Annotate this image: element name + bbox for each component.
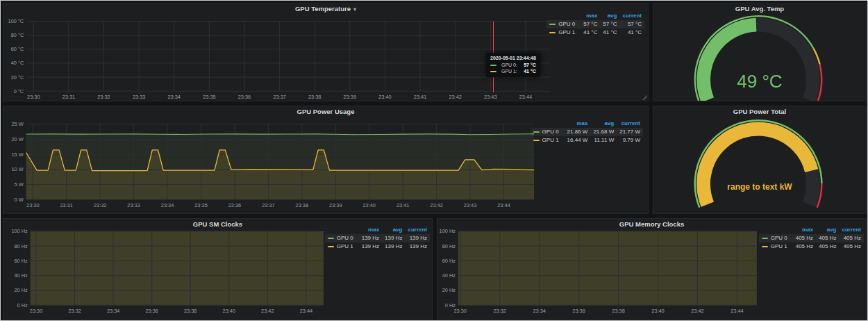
panel-gpu-power-total: GPU Power Total range to text kW (653, 106, 867, 214)
gauge-value-text: 49 °C (653, 71, 866, 92)
legend-series-gpu-1[interactable]: GPU 1 (546, 28, 581, 37)
chevron-down-icon[interactable] (353, 6, 356, 13)
x-axis-label: 23:31 (60, 202, 73, 208)
tooltip-series-value: 41 °C (519, 68, 536, 74)
legend-value: 57 °C (619, 20, 644, 28)
x-axis-label: 23:38 (308, 94, 321, 100)
legend-value: 57 °C (581, 20, 600, 28)
y-axis-label: 0 °C (14, 88, 24, 94)
x-axis-label: 23:39 (344, 94, 356, 100)
x-axis-label: 23:42 (261, 308, 274, 314)
legend-value: 139 Hz (405, 234, 430, 242)
panel-title-text: GPU Temperature (295, 5, 351, 13)
y-axis-label: 60 °C (11, 46, 24, 52)
legend-header-max[interactable]: max (359, 226, 382, 234)
legend-series-gpu-0[interactable]: GPU 0 (759, 234, 793, 242)
legend-value: 21.86 W (565, 128, 591, 136)
gpu-memory-clocks-legend: maxavgcurrentGPU 0405 Hz405 Hz405 HzGPU … (759, 226, 864, 251)
legend-header-current[interactable]: current (617, 120, 643, 128)
series-dash-icon (549, 24, 556, 25)
legend-header-current[interactable]: current (405, 226, 430, 234)
legend-series-gpu-0[interactable]: GPU 0 (546, 20, 581, 28)
x-axis-label: 23:34 (161, 202, 174, 208)
x-axis-label: 23:44 (519, 94, 532, 100)
panel-title-text: GPU Memory Clocks (619, 220, 684, 228)
legend-value: 139 Hz (359, 234, 382, 242)
x-axis-label: 23:42 (430, 202, 443, 208)
legend-value: 16.44 W (565, 136, 591, 145)
x-axis-label: 23:38 (612, 308, 624, 314)
x-axis-label: 23:36 (145, 308, 158, 314)
x-axis-label: 23:33 (127, 202, 140, 208)
panel-gpu-memory-clocks: GPU Memory Clocks 0 Hz20 Hz40 Hz60 Hz80 … (437, 218, 867, 320)
y-axis-label: 80 °C (11, 32, 24, 38)
x-axis-label: 23:41 (397, 202, 410, 208)
gpu-power-total-gauge (653, 106, 866, 213)
legend-value: 139 Hz (382, 242, 405, 251)
x-axis-label: 23:40 (223, 308, 235, 314)
legend-series-gpu-1[interactable]: GPU 1 (759, 242, 793, 251)
legend-header-avg[interactable]: avg (382, 226, 405, 234)
legend-header-max[interactable]: max (565, 120, 591, 128)
panel-title-text: GPU Avg. Temp (735, 5, 784, 13)
x-axis-label: 23:43 (484, 94, 496, 100)
series-dash-icon (549, 32, 556, 33)
x-axis-label: 23:38 (296, 202, 309, 208)
legend-header-current[interactable]: current (619, 12, 644, 20)
legend-series-gpu-1[interactable]: GPU 1 (325, 242, 359, 251)
y-axis-label: 60 Hz (442, 258, 456, 264)
legend-header-avg[interactable]: avg (816, 226, 839, 234)
y-axis-label: 0 Hz (17, 302, 28, 308)
tooltip-series-value: 57 °C (519, 62, 536, 68)
legend-series-gpu-0[interactable]: GPU 0 (531, 128, 565, 136)
panel-gpu-power-usage: GPU Power Usage 0 W5 W10 W15 W20 W25 W23… (3, 106, 649, 214)
y-axis-label: 40 Hz (15, 272, 28, 279)
x-axis-label: 23:39 (329, 202, 342, 208)
x-axis-label: 23:31 (62, 94, 75, 100)
x-axis-label: 23:41 (414, 94, 426, 100)
legend-header-max[interactable]: max (581, 12, 600, 20)
panel-resize-handle[interactable] (642, 94, 647, 100)
panel-title-gpu-power-total[interactable]: GPU Power Total (653, 108, 866, 115)
legend-series-gpu-1[interactable]: GPU 1 (531, 136, 565, 145)
x-axis-label: 23:32 (94, 202, 107, 208)
series-dash-icon (490, 71, 496, 72)
x-axis-label: 23:43 (464, 202, 477, 208)
panel-gpu-sm-clocks: GPU SM Clocks 0 Hz20 Hz40 Hz60 Hz80 Hz10… (3, 218, 433, 320)
series-dash-icon (328, 238, 334, 239)
panel-gpu-avg-temp: GPU Avg. Temp 49 °C (653, 3, 867, 101)
gpu-sm-clocks-legend: maxavgcurrentGPU 0139 Hz139 Hz139 HzGPU … (325, 226, 430, 251)
tooltip-series-label: GPU 0: (501, 62, 517, 68)
series-dash-icon (533, 131, 540, 133)
x-axis-label: 23:40 (651, 308, 664, 314)
series-dash-icon (328, 246, 334, 247)
x-axis-label: 23:30 (27, 94, 40, 100)
x-axis-label: 23:44 (731, 308, 743, 314)
legend-series-gpu-0[interactable]: GPU 0 (325, 234, 359, 242)
x-axis-label: 23:42 (449, 94, 461, 100)
legend-value: 9.79 W (617, 136, 643, 145)
series-dash-icon (533, 140, 540, 141)
x-axis-label: 23:32 (68, 308, 81, 314)
tooltip-row: GPU 0: 57 °C (490, 62, 536, 68)
legend-header-max[interactable]: max (793, 226, 816, 234)
x-axis-label: 23:30 (30, 308, 42, 314)
panel-gpu-temperature: GPU Temperature 0 °C20 °C40 °C60 °C80 °C… (3, 3, 649, 101)
panel-title-gpu-power-usage[interactable]: GPU Power Usage (3, 108, 648, 115)
legend-header-avg[interactable]: avg (600, 12, 619, 20)
x-axis-label: 23:32 (493, 308, 506, 314)
series-dash-icon (490, 65, 496, 66)
legend-value: 139 Hz (382, 234, 405, 242)
legend-value: 21.77 W (617, 128, 643, 136)
y-axis-label: 40 °C (11, 60, 24, 66)
legend-value: 405 Hz (793, 234, 816, 242)
x-axis-label: 23:34 (533, 308, 545, 314)
legend-value: 139 Hz (359, 242, 382, 251)
legend-value: 405 Hz (816, 234, 839, 242)
x-axis-label: 23:40 (362, 202, 376, 208)
legend-header-current[interactable]: current (839, 226, 864, 234)
legend-header-avg[interactable]: avg (590, 120, 617, 128)
panel-title-gpu-avg-temp[interactable]: GPU Avg. Temp (653, 5, 866, 13)
x-axis-label: 23:44 (497, 202, 510, 208)
series-dash-icon (762, 238, 768, 239)
